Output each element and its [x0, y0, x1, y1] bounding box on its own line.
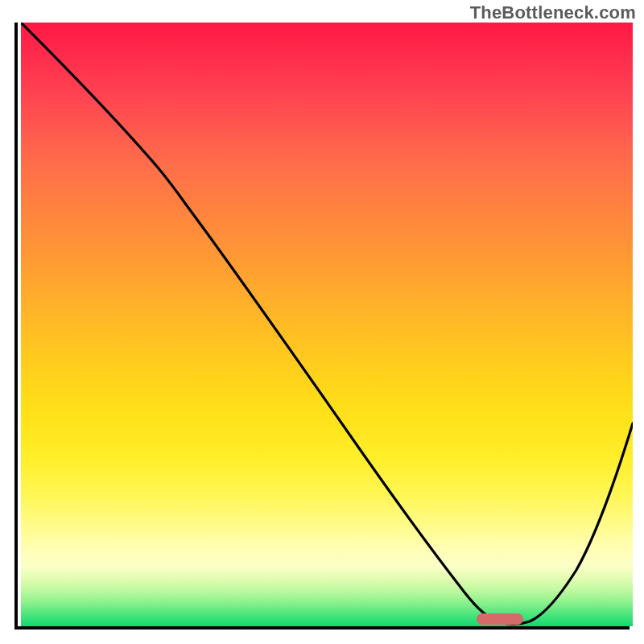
plot-area [14, 23, 630, 630]
curve-path [21, 23, 633, 624]
bottleneck-curve [21, 23, 633, 626]
watermark-text: TheBottleneck.com [470, 2, 636, 23]
optimal-range-marker [477, 613, 523, 625]
